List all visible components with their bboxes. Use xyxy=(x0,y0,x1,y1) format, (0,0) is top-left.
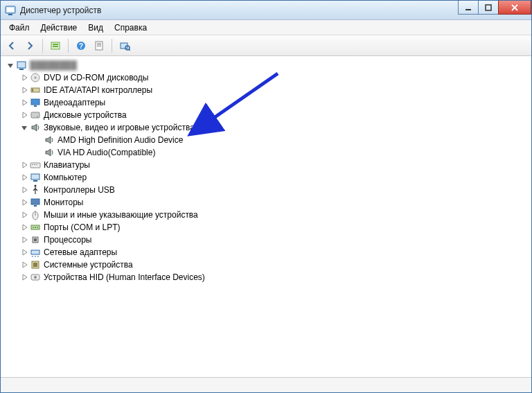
menubar: Файл Действие Вид Справка xyxy=(1,20,531,35)
keyboard-icon xyxy=(30,159,41,171)
svg-rect-12 xyxy=(97,44,101,45)
sound-icon xyxy=(44,147,55,158)
category-label: Сетевые адаптеры xyxy=(44,247,117,257)
svg-rect-3 xyxy=(466,9,471,10)
tree-content[interactable]: ████████DVD и CD-ROM дисководыIDE ATA/AT… xyxy=(1,56,531,377)
tree-category[interactable]: Мониторы xyxy=(19,196,531,209)
tree-category[interactable]: Сетевые адаптеры xyxy=(19,246,531,259)
app-icon xyxy=(5,5,16,16)
tree-expander[interactable] xyxy=(20,248,28,256)
help-button[interactable]: ? xyxy=(73,37,89,54)
close-button[interactable] xyxy=(498,1,531,15)
tree-root-node[interactable]: ████████ xyxy=(5,59,531,71)
tree-category[interactable]: Мыши и иные указывающие устройства xyxy=(19,209,531,221)
maximize-button[interactable] xyxy=(478,1,499,15)
tree-expander[interactable] xyxy=(20,98,28,107)
tree-expander[interactable] xyxy=(20,261,28,269)
svg-text:?: ? xyxy=(79,42,83,50)
svg-line-16 xyxy=(129,49,130,51)
svg-rect-13 xyxy=(97,46,101,46)
properties-button[interactable] xyxy=(91,37,107,54)
tree-category[interactable]: Клавиатуры xyxy=(19,159,531,171)
tree-expander[interactable] xyxy=(20,223,28,232)
svg-rect-34 xyxy=(31,199,39,204)
network-icon xyxy=(30,247,41,258)
category-label: Мыши и иные указывающие устройства xyxy=(44,210,198,220)
tree-expander[interactable] xyxy=(20,123,28,132)
show-hidden-button[interactable] xyxy=(47,37,64,54)
titlebar[interactable]: Диспетчер устройств xyxy=(1,1,531,20)
svg-rect-30 xyxy=(36,164,37,165)
tree-device[interactable]: AMD High Definition Audio Device xyxy=(33,134,531,146)
tree-expander[interactable] xyxy=(20,161,28,169)
tree-category[interactable]: DVD и CD-ROM дисководы xyxy=(19,71,531,84)
svg-rect-23 xyxy=(31,99,39,105)
svg-rect-28 xyxy=(32,164,33,165)
toolbar-separator xyxy=(42,39,43,53)
menu-help[interactable]: Справка xyxy=(109,21,152,34)
svg-rect-32 xyxy=(33,180,37,182)
tree-spacer xyxy=(34,148,42,157)
forward-button[interactable] xyxy=(21,37,38,54)
tree-category[interactable]: Компьютер xyxy=(19,171,531,184)
device-label: AMD High Definition Audio Device xyxy=(57,135,183,145)
svg-rect-4 xyxy=(486,5,491,10)
svg-rect-1 xyxy=(7,8,14,12)
svg-rect-6 xyxy=(53,44,58,45)
tree-category[interactable]: Звуковые, видео и игровые устройства xyxy=(19,121,531,134)
category-label: DVD и CD-ROM дисководы xyxy=(44,73,148,82)
tree-category[interactable]: IDE ATA/ATAPI контроллеры xyxy=(19,84,531,96)
tree-expander[interactable] xyxy=(20,73,28,82)
svg-rect-11 xyxy=(97,43,101,44)
category-label: Компьютер xyxy=(44,173,87,182)
menu-action[interactable]: Действие xyxy=(35,21,83,34)
computer-icon xyxy=(16,60,27,71)
tree-expander[interactable] xyxy=(20,211,28,219)
tree-device[interactable]: VIA HD Audio(Compatible) xyxy=(33,146,531,159)
minimize-button[interactable] xyxy=(458,1,479,15)
category-label: Контроллеры USB xyxy=(44,185,115,195)
tree-category[interactable]: Дисковые устройства xyxy=(19,109,531,121)
menu-view[interactable]: Вид xyxy=(82,21,109,34)
tree-spacer xyxy=(34,136,42,144)
ide-icon xyxy=(30,85,41,96)
svg-rect-49 xyxy=(33,263,37,267)
display-icon xyxy=(30,97,41,108)
menu-file[interactable]: Файл xyxy=(3,21,35,34)
svg-point-41 xyxy=(37,227,38,228)
port-icon xyxy=(30,222,41,233)
window-title: Диспетчер устройств xyxy=(20,6,101,15)
tree-expander[interactable] xyxy=(20,273,28,281)
svg-rect-22 xyxy=(32,89,33,91)
svg-point-51 xyxy=(34,276,37,279)
category-label: Клавиатуры xyxy=(44,160,90,170)
tree-expander[interactable] xyxy=(20,236,28,244)
tree-category[interactable]: Устройства HID (Human Interface Devices) xyxy=(19,271,531,283)
tree-expander[interactable] xyxy=(20,198,28,207)
category-label: Мониторы xyxy=(44,198,83,207)
svg-rect-44 xyxy=(31,250,39,254)
category-label: Дисковые устройства xyxy=(44,110,127,120)
tree-category[interactable]: Видеоадаптеры xyxy=(19,96,531,109)
tree-expander[interactable] xyxy=(20,173,28,182)
scan-hardware-button[interactable] xyxy=(116,37,133,54)
tree-category[interactable]: Процессоры xyxy=(19,234,531,246)
drive-icon xyxy=(30,110,41,121)
back-button[interactable] xyxy=(3,37,20,54)
category-label: Процессоры xyxy=(44,235,92,245)
svg-point-40 xyxy=(35,227,36,228)
svg-rect-25 xyxy=(31,112,39,118)
tree-expander[interactable] xyxy=(20,111,28,119)
category-label: Видеоадаптеры xyxy=(44,98,105,107)
statusbar xyxy=(1,377,531,392)
tree-category[interactable]: Порты (COM и LPT) xyxy=(19,221,531,234)
device-manager-window: Диспетчер устройств Файл Действие Вид Сп… xyxy=(0,0,532,393)
tree-expander[interactable] xyxy=(20,186,28,194)
tree-expander[interactable] xyxy=(20,86,28,94)
tree-category[interactable]: Системные устройства xyxy=(19,259,531,271)
computer-icon xyxy=(30,172,41,183)
mouse-icon xyxy=(30,209,41,220)
tree-category[interactable]: Контроллеры USB xyxy=(19,184,531,196)
svg-rect-27 xyxy=(30,163,40,168)
tree-expander[interactable] xyxy=(6,61,15,69)
